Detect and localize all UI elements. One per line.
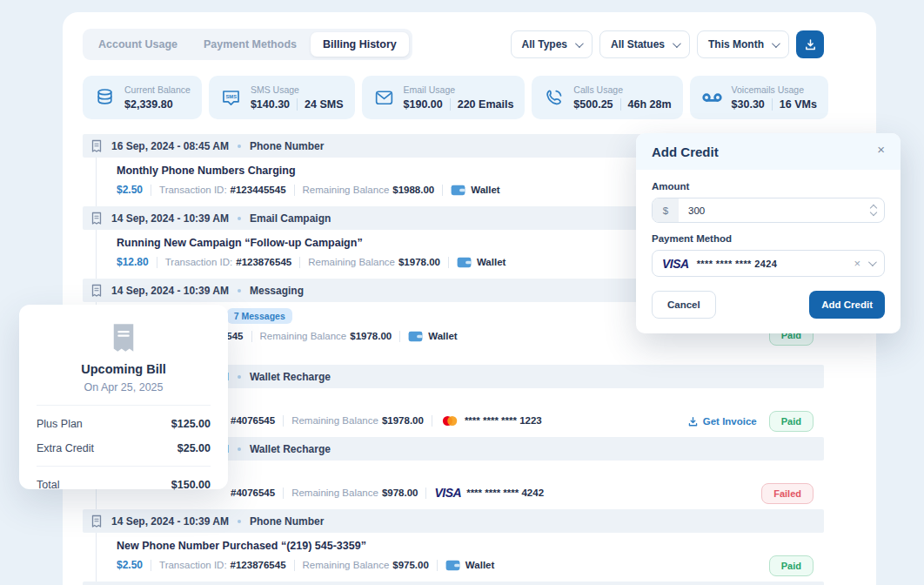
transaction-id-value: #123876545	[231, 560, 286, 570]
status-filter-label: All Statues	[611, 38, 665, 50]
payment-method: Wallet	[451, 185, 499, 196]
popover-date: On Apr 25, 2025	[37, 381, 211, 393]
transaction-id-value: #4076545	[231, 488, 275, 498]
row-amount: $2.50	[117, 184, 143, 196]
row-type: Phone Number	[250, 140, 324, 152]
payment-method: Wallet	[445, 560, 494, 571]
add-credit-modal: Add Credit × Amount $ 300 Payment Method…	[636, 133, 901, 333]
list-item: Extra Credit $25.00	[37, 442, 211, 454]
dot-separator	[238, 145, 241, 148]
remaining-balance-label: Remaining Balance	[291, 415, 378, 426]
stat-label: Email Usage	[404, 84, 514, 95]
stat-secondary: 16 VMs	[780, 98, 817, 111]
clear-icon[interactable]: ×	[854, 257, 860, 270]
stat-label: Voicemails Usage	[732, 84, 817, 95]
remaining-balance-value: $1988.00	[392, 185, 434, 195]
toolbar: Account Usage Payment Methods Billing Hi…	[83, 29, 824, 60]
phone-icon	[543, 87, 565, 109]
type-filter-dropdown[interactable]: All Types	[511, 30, 593, 58]
divider	[37, 466, 211, 467]
visa-logo: VISA	[434, 486, 461, 500]
remaining-balance-label: Remaining Balance	[291, 488, 378, 498]
status-badge: Failed	[761, 483, 814, 504]
wallet-icon	[457, 257, 472, 268]
dot-separator	[238, 520, 241, 523]
card-number: **** **** **** 4242	[466, 488, 544, 498]
tab-billing-history[interactable]: Billing History	[311, 32, 409, 57]
bill-item-value: $25.00	[177, 442, 211, 454]
period-filter-dropdown[interactable]: This Month	[697, 30, 789, 58]
table-row: 14 Sep, 2024 - 10:39 AM Phone Number New…	[83, 509, 824, 582]
get-invoice-link[interactable]: Get Invoice	[687, 416, 757, 427]
payment-method-label: Wallet	[471, 185, 499, 195]
wallet-icon	[445, 560, 460, 571]
payment-method: VISA **** **** **** 4242	[434, 486, 544, 500]
tab-group: Account Usage Payment Methods Billing Hi…	[83, 29, 412, 60]
list-item: Plus Plan $125.00	[37, 418, 211, 430]
dot-separator	[238, 289, 241, 292]
row-title: New Phone Number Purchased “(219) 545-33…	[117, 539, 824, 553]
wallet-icon	[408, 331, 423, 342]
tab-payment-methods[interactable]: Payment Methods	[191, 32, 309, 57]
row-type: Email Campaign	[250, 212, 331, 225]
remaining-balance-value: $1978.00	[350, 331, 392, 341]
row-date: 14 Sep, 2024 - 10:39 AM	[111, 285, 229, 297]
stat-card-current-balance: Current Balance $2,339.80	[83, 76, 202, 119]
stat-card-voicemails-usage: Voicemails Usage $30.3016 VMs	[690, 76, 828, 119]
stat-value: $500.25	[573, 98, 613, 111]
stat-label: Calls Usage	[573, 84, 671, 95]
payment-method-label: Wallet	[477, 257, 506, 267]
status-filter-dropdown[interactable]: All Statues	[599, 30, 690, 58]
bill-total-value: $150.00	[171, 479, 211, 491]
wallet-icon	[451, 185, 465, 196]
row-type: Wallet Recharge	[250, 443, 331, 455]
stat-value: $190.00	[404, 98, 443, 111]
transaction-id-value: #123445545	[231, 185, 286, 195]
payment-method-select[interactable]: VISA **** **** **** 2424 ×	[652, 250, 885, 277]
filter-controls: All Types All Statues This Month	[511, 30, 824, 58]
remaining-balance-value: $978.00	[382, 488, 418, 498]
row-date: 14 Sep, 2024 - 10:39 AM	[111, 515, 229, 528]
remaining-balance-label: Remaining Balance	[303, 185, 390, 195]
tab-account-usage[interactable]: Account Usage	[86, 32, 190, 57]
stat-value: $30.30	[732, 98, 765, 111]
amount-input[interactable]: $ 300	[652, 198, 885, 223]
remaining-balance-label: Remaining Balance	[260, 331, 347, 341]
message-count-badge[interactable]: 7 Messages	[227, 308, 292, 324]
stepper-arrows[interactable]	[871, 205, 884, 215]
receipt-icon	[90, 514, 103, 528]
popover-title: Upcoming Bill	[37, 362, 211, 376]
payment-method: Wallet	[408, 331, 457, 342]
coins-icon	[94, 87, 116, 109]
divider	[37, 405, 211, 406]
row-type: Messaging	[250, 285, 304, 297]
modal-title: Add Credit	[652, 145, 719, 159]
export-download-button[interactable]	[796, 30, 824, 58]
chevron-down-icon[interactable]	[868, 258, 877, 266]
visa-logo: VISA	[662, 257, 689, 271]
stat-secondary: 220 Emails	[458, 98, 514, 111]
close-icon[interactable]: ×	[877, 145, 885, 154]
bill-item-label: Plus Plan	[37, 418, 83, 430]
card-number: **** **** **** 1223	[465, 415, 542, 426]
stat-secondary: 24 SMS	[305, 98, 343, 111]
bill-total-label: Total	[37, 479, 59, 491]
upcoming-bill-popover: Upcoming Bill On Apr 25, 2025 Plus Plan …	[19, 305, 228, 489]
receipt-icon	[90, 212, 103, 225]
remaining-balance-label: Remaining Balance	[303, 560, 390, 570]
row-type: Wallet Recharge	[250, 371, 331, 383]
stat-label: Current Balance	[124, 84, 191, 95]
receipt-icon	[90, 139, 103, 153]
add-credit-button[interactable]: Add Credit	[809, 291, 885, 319]
stat-value: $2,339.80	[124, 98, 173, 111]
remaining-balance-label: Remaining Balance	[308, 257, 395, 267]
stat-value: $140.30	[251, 98, 290, 111]
email-icon	[373, 87, 395, 109]
cancel-button[interactable]: Cancel	[652, 291, 716, 319]
stat-secondary: 46h 28m	[628, 98, 672, 111]
amount-value: 300	[679, 205, 705, 216]
dot-separator	[238, 217, 241, 220]
transaction-id-label: Transaction ID:	[159, 560, 227, 570]
voicemail-icon	[701, 87, 723, 109]
bill-item-value: $125.00	[171, 418, 211, 430]
